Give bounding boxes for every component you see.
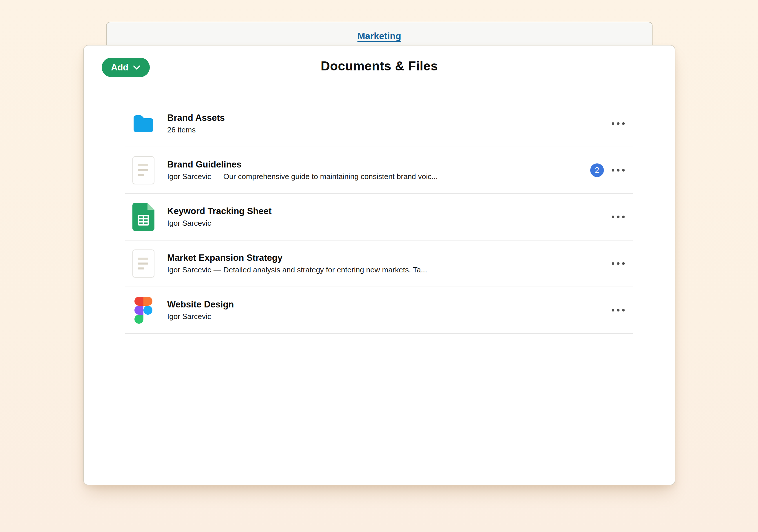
item-description: Detailed analysis and strategy for enter… [224,266,427,274]
item-meta: 26 items [167,125,225,134]
list-item-text: Keyword Tracking Sheet Igor Sarcevic [167,206,271,228]
list-item-brand-guidelines[interactable]: Brand Guidelines Igor Sarcevic—Our compr… [125,147,633,194]
overflow-menu-button[interactable] [612,213,625,221]
item-description: Our comprehensive guide to maintaining c… [224,172,438,181]
breadcrumb-link-marketing[interactable]: Marketing [357,30,401,43]
figma-icon [132,297,155,324]
overflow-menu-button[interactable] [612,120,625,128]
folder-icon [132,114,155,133]
item-author: Igor Sarcevic [167,219,271,228]
item-subtitle: Igor Sarcevic—Our comprehensive guide to… [167,172,438,181]
list-item-text: Brand Assets 26 items [167,113,225,135]
overflow-menu-button[interactable] [612,259,625,268]
documents-panel: Add Documents & Files Brand Assets 26 it… [83,45,675,485]
page-title: Documents & Files [84,59,675,73]
page-background: { "breadcrumb": { "label": "Marketing" }… [0,0,758,532]
item-author: Igor Sarcevic [167,172,211,181]
item-author: Igor Sarcevic [167,266,211,274]
subtitle-separator: — [214,266,221,274]
overflow-menu-button[interactable] [612,166,625,174]
list-item-text: Website Design Igor Sarcevic [167,299,234,321]
document-icon [132,156,155,184]
overflow-menu-button[interactable] [612,306,625,314]
subtitle-separator: — [214,172,221,181]
document-icon [132,249,155,278]
item-subtitle: Igor Sarcevic—Detailed analysis and stra… [167,266,427,274]
item-title: Website Design [167,299,234,310]
list-item-keyword-tracking-sheet[interactable]: Keyword Tracking Sheet Igor Sarcevic [125,194,633,240]
item-title: Keyword Tracking Sheet [167,206,271,216]
panel-header: Add Documents & Files [84,46,675,87]
item-title: Market Expansion Strategy [167,253,427,263]
documents-list: Brand Assets 26 items Brand Guidelines I… [125,87,633,334]
list-item-website-design[interactable]: Website Design Igor Sarcevic [125,287,633,334]
spreadsheet-icon [132,203,155,231]
list-item-text: Market Expansion Strategy Igor Sarcevic—… [167,253,427,275]
item-title: Brand Assets [167,113,225,123]
item-author: Igor Sarcevic [167,312,234,321]
list-item-market-expansion-strategy[interactable]: Market Expansion Strategy Igor Sarcevic—… [125,240,633,287]
list-item-brand-assets[interactable]: Brand Assets 26 items [125,100,633,147]
item-title: Brand Guidelines [167,160,438,170]
list-item-text: Brand Guidelines Igor Sarcevic—Our compr… [167,160,438,181]
comment-count-badge[interactable]: 2 [590,163,604,177]
